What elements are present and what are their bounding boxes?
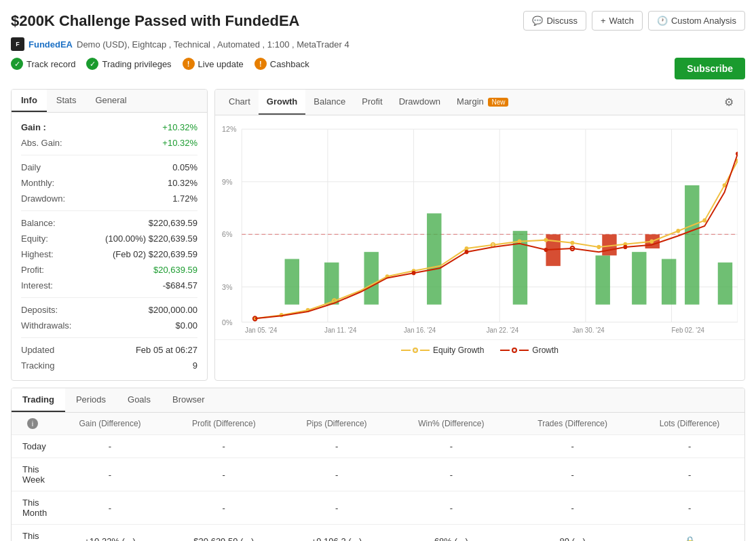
row-lots-week: -	[635, 458, 744, 491]
svg-point-49	[253, 316, 257, 320]
updated-label: Updated	[21, 345, 54, 355]
page-header: $200K Challenge Passed with FundedEA 💬 D…	[11, 11, 745, 31]
chart-tab-growth[interactable]: Growth	[259, 90, 306, 115]
warn-icon-live: !	[183, 58, 195, 70]
profit-row: Profit: $20,639.59	[21, 262, 197, 278]
badge-cashback: ! Cashback	[254, 58, 309, 70]
withdrawals-row: Withdrawals: $0.00	[21, 318, 197, 333]
profit-value: $20,639.59	[153, 265, 197, 275]
brand-icon: F	[11, 37, 24, 51]
equity-value: (100.00%) $220,639.59	[105, 234, 197, 244]
discuss-button[interactable]: 💬 Discuss	[523, 11, 586, 31]
discuss-icon: 💬	[532, 16, 543, 26]
svg-point-51	[465, 250, 469, 254]
clock-icon: 🕐	[657, 16, 668, 26]
row-win-week: -	[392, 458, 510, 491]
svg-point-40	[544, 238, 548, 242]
daily-label: Daily	[21, 162, 41, 172]
svg-text:Jan 11, '24: Jan 11, '24	[324, 327, 357, 333]
check-icon-track: ✓	[11, 58, 23, 70]
chart-tab-drawdown[interactable]: Drawdown	[391, 90, 449, 115]
subtitle-details: Demo (USD), Eightcap , Technical , Autom…	[77, 39, 349, 50]
svg-point-42	[597, 245, 601, 249]
drawdown-row: Drawdown: 1.72%	[21, 191, 197, 206]
row-label-year: This Year	[12, 525, 54, 542]
row-win-today: -	[392, 435, 510, 458]
tab-general[interactable]: General	[86, 90, 136, 112]
bottom-tab-periods[interactable]: Periods	[65, 388, 117, 412]
row-profit-year: $20,639.59 ( - )	[166, 525, 282, 542]
page-title: $200K Challenge Passed with FundedEA	[11, 12, 299, 30]
svg-rect-20	[364, 252, 378, 304]
info-icon: i	[27, 418, 38, 429]
th-trades: Trades (Difference)	[510, 413, 635, 435]
chart-tab-bar: Chart Growth Balance Profit Drawdown Mar…	[215, 90, 744, 115]
row-pips-year: +9,196.2 ( - )	[282, 525, 392, 542]
row-profit-month: -	[166, 491, 282, 525]
watch-button[interactable]: + Watch	[592, 11, 643, 31]
left-panel: Info Stats General Gain : +10.32% Abs. G…	[11, 89, 208, 381]
updated-value: Feb 05 at 06:27	[136, 345, 197, 355]
chart-tab-profit[interactable]: Profit	[354, 90, 390, 115]
bottom-tab-trading[interactable]: Trading	[12, 388, 65, 412]
svg-point-55	[736, 151, 738, 155]
bottom-tab-browser[interactable]: Browser	[162, 388, 216, 412]
deposits-value: $200,000.00	[149, 305, 197, 315]
info-content: Gain : +10.32% Abs. Gain: +10.32% Daily …	[12, 113, 207, 380]
chart-settings-icon[interactable]: ⚙	[719, 90, 739, 114]
custom-analysis-button[interactable]: 🕐 Custom Analysis	[648, 11, 745, 31]
abs-gain-label: Abs. Gain:	[21, 138, 62, 148]
tab-info[interactable]: Info	[12, 90, 47, 112]
updated-row: Updated Feb 05 at 06:27	[21, 342, 197, 358]
interest-value: -$684.57	[163, 280, 197, 291]
tab-stats[interactable]: Stats	[47, 90, 86, 112]
row-label-month: This Month	[12, 491, 54, 525]
table-row: Today - - - - - -	[12, 435, 744, 458]
row-gain-year: +10.32% ( - )	[54, 525, 166, 542]
check-icon-trading: ✓	[86, 58, 98, 70]
tracking-value: 9	[193, 360, 197, 371]
brand-link[interactable]: FundedEA	[29, 39, 73, 50]
left-tab-bar: Info Stats General	[12, 90, 207, 113]
chart-tab-chart[interactable]: Chart	[221, 90, 259, 115]
drawdown-value: 1.72%	[172, 193, 197, 204]
svg-point-52	[544, 248, 548, 252]
th-win: Win% (Difference)	[392, 413, 510, 435]
bottom-tab-goals[interactable]: Goals	[117, 388, 162, 412]
daily-value: 0.05%	[172, 162, 197, 172]
svg-text:Jan 05, '24: Jan 05, '24	[245, 327, 278, 333]
th-gain: Gain (Difference)	[54, 413, 166, 435]
svg-text:6%: 6%	[222, 230, 233, 238]
highest-value: (Feb 02) $220,639.59	[113, 249, 197, 259]
interest-row: Interest: -$684.57	[21, 278, 197, 293]
new-badge: New	[488, 98, 508, 107]
th-lots: Lots (Difference)	[635, 413, 744, 435]
svg-text:12%: 12%	[222, 125, 237, 133]
row-label-week: This Week	[12, 458, 54, 491]
row-win-month: -	[392, 491, 510, 525]
subscribe-button[interactable]: Subscribe	[675, 58, 745, 79]
svg-rect-19	[324, 263, 339, 305]
highest-row: Highest: (Feb 02) $220,639.59	[21, 246, 197, 262]
row-pips-today: -	[282, 435, 392, 458]
warn-icon-cashback: !	[254, 58, 267, 70]
row-trades-week: -	[510, 458, 635, 491]
row-profit-week: -	[166, 458, 282, 491]
chart-tab-balance[interactable]: Balance	[305, 90, 354, 115]
equity-row: Equity: (100.00%) $220,639.59	[21, 231, 197, 246]
abs-gain-value: +10.32%	[162, 138, 197, 148]
chart-svg: 12% 9% 6% 3% 0%	[222, 122, 738, 333]
abs-gain-row: Abs. Gain: +10.32%	[21, 135, 197, 151]
table-row: This Year +10.32% ( - ) $20,639.59 ( - )…	[12, 525, 744, 542]
badge-trading-privileges: ✓ Trading privileges	[86, 58, 171, 70]
svg-rect-24	[632, 252, 646, 304]
gain-row: Gain : +10.32%	[21, 119, 197, 135]
withdrawals-value: $0.00	[175, 320, 197, 331]
svg-rect-21	[427, 213, 441, 304]
svg-point-54	[623, 245, 627, 249]
bottom-tab-bar: Trading Periods Goals Browser	[12, 388, 744, 413]
withdrawals-label: Withdrawals:	[21, 320, 71, 331]
chart-tab-margin[interactable]: Margin New	[449, 90, 516, 115]
badge-live-update: ! Live update	[183, 58, 244, 70]
th-pips: Pips (Difference)	[282, 413, 392, 435]
